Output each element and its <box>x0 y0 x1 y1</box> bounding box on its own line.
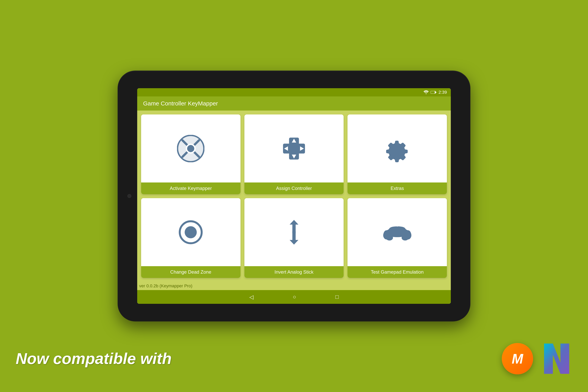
xbox-icon <box>177 135 204 162</box>
svg-rect-2 <box>436 92 436 93</box>
deadzone-label-area: Change Dead Zone <box>141 266 240 278</box>
invert-icon-area <box>244 198 344 266</box>
recents-button[interactable]: □ <box>335 294 339 300</box>
battery-icon <box>430 90 436 94</box>
deadzone-card[interactable]: Change Dead Zone <box>141 198 240 278</box>
invert-card[interactable]: Invert Analog Stick <box>244 198 344 278</box>
gear-icon <box>384 135 411 162</box>
svg-marker-27 <box>544 344 570 374</box>
extras-label-area: Extras <box>348 182 447 194</box>
svg-rect-21 <box>292 230 296 241</box>
assign-icon-area <box>244 114 344 182</box>
version-text: ver 0.0.2b (Keymapper Pro) <box>139 284 192 288</box>
emulation-label-area: Test Gamepad Emulation <box>348 266 447 278</box>
assign-label: Assign Controller <box>276 186 312 191</box>
activate-card[interactable]: Activate Keymapper <box>141 114 240 194</box>
extras-icon-area <box>348 114 447 182</box>
assign-card[interactable]: Assign Controller <box>244 114 344 194</box>
arrows-vertical-icon <box>280 218 308 246</box>
app-title: Game Controller KeyMapper <box>143 100 218 107</box>
android-logos: M <box>502 341 572 376</box>
deadzone-icon-area <box>141 198 240 266</box>
tablet-screen: 2:39 Game Controller KeyMapper <box>137 88 451 304</box>
svg-rect-1 <box>431 91 435 94</box>
extras-label: Extras <box>391 186 404 191</box>
android-n-logo <box>541 341 572 376</box>
m-logo-svg: M <box>508 349 527 368</box>
home-button[interactable]: ○ <box>293 294 296 300</box>
svg-point-25 <box>402 235 409 240</box>
status-bar: 2:39 <box>137 88 451 96</box>
tablet-shell: 2:39 Game Controller KeyMapper <box>118 70 470 322</box>
activate-icon-area <box>141 114 240 182</box>
emulation-card[interactable]: Test Gamepad Emulation <box>348 198 447 278</box>
svg-point-8 <box>187 145 194 152</box>
extras-card[interactable]: Extras <box>348 114 447 194</box>
assign-label-area: Assign Controller <box>244 182 344 194</box>
svg-point-17 <box>185 226 197 238</box>
status-icons: 2:39 <box>424 90 447 95</box>
dpad-icon <box>280 135 308 162</box>
emulation-icon-area <box>348 198 447 266</box>
svg-marker-20 <box>290 220 298 224</box>
svg-text:M: M <box>512 351 524 366</box>
android-m-logo: M <box>502 343 533 374</box>
n-logo-svg <box>541 341 572 376</box>
activate-label: Activate Keymapper <box>170 186 212 191</box>
main-content: Activate Keymapper <box>137 110 451 282</box>
back-button[interactable]: ◁ <box>249 294 254 300</box>
nav-bar: ◁ ○ □ <box>137 290 451 304</box>
compatible-text: Now compatible with <box>16 350 172 368</box>
svg-point-24 <box>386 235 393 240</box>
bottom-section: Now compatible with M <box>16 341 572 376</box>
invert-label: Invert Analog Stick <box>274 269 314 274</box>
wifi-icon <box>424 90 429 94</box>
svg-marker-22 <box>290 240 298 244</box>
version-bar: ver 0.0.2b (Keymapper Pro) <box>137 282 451 290</box>
svg-point-23 <box>396 224 398 226</box>
tablet-camera <box>128 194 131 198</box>
app-bar: Game Controller KeyMapper <box>137 96 451 110</box>
gamepad-icon <box>382 220 412 244</box>
invert-label-area: Invert Analog Stick <box>244 266 344 278</box>
status-time: 2:39 <box>438 90 447 95</box>
activate-label-area: Activate Keymapper <box>141 182 240 194</box>
deadzone-label: Change Dead Zone <box>170 269 211 274</box>
emulation-label: Test Gamepad Emulation <box>371 269 424 274</box>
svg-rect-15 <box>291 145 297 152</box>
card-grid: Activate Keymapper <box>141 114 447 278</box>
circle-target-icon <box>177 218 204 246</box>
